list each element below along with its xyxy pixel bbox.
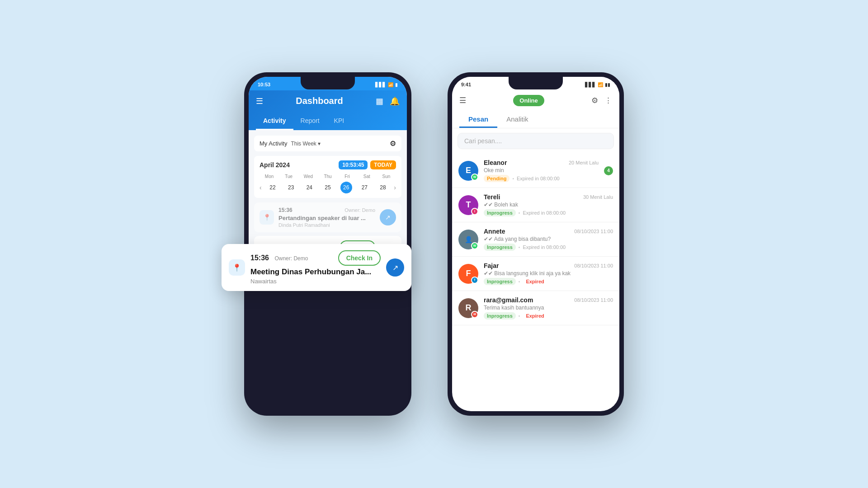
day-fri: Fri — [338, 173, 357, 180]
expiry-rara: Expired — [523, 312, 547, 319]
calendar-header: April 2024 10:53:45 TODAY — [259, 160, 396, 169]
bell-icon-left[interactable]: 🔔 — [390, 96, 400, 106]
date-24[interactable]: 24 — [303, 182, 315, 193]
activity-time-1: 15:36 — [278, 207, 292, 213]
date-27[interactable]: 27 — [359, 182, 370, 193]
menu-icon-right[interactable]: ☰ — [459, 96, 466, 105]
tab-report[interactable]: Report — [293, 113, 327, 130]
msg-preview-fajar: ✔✔ Bisa langsung klik ini aja ya kak — [484, 270, 613, 277]
more-icon-right[interactable]: ⋮ — [604, 96, 612, 105]
day-wed: Wed — [298, 173, 318, 180]
filter-bar: My Activity This Week ▾ ⚙ — [254, 136, 401, 151]
right-tabs: Pesan Analitik — [459, 112, 612, 128]
status-badge-rara: Inprogress — [484, 312, 516, 319]
calendar-dates-row: ‹ 22 23 24 25 26 27 28 › — [259, 182, 396, 193]
grid-icon-left[interactable]: ▦ — [376, 96, 383, 106]
msg-content-eleanor: Eleanor 20 Menit Lalu Oke min Pending • … — [484, 159, 599, 182]
popup-action-button[interactable]: ↗ — [386, 258, 404, 277]
tab-activity[interactable]: Activity — [256, 113, 293, 130]
avatar-eleanor: E W — [458, 161, 478, 181]
msg-status-row-fajar: Inprogress • Expired — [484, 278, 613, 285]
battery-left: ▮ — [395, 82, 398, 87]
signal-left: ▋▋▋ — [375, 82, 386, 87]
expiry-tereli: Expired in 08:00:00 — [523, 210, 566, 216]
right-header: ☰ Online ⚙ ⋮ Pesan Analitik — [452, 90, 619, 128]
status-badge-fajar: Inprogress — [484, 278, 516, 285]
popup-time: 15:36 — [250, 254, 269, 262]
msg-header-tereli: Tereli 30 Menit Lalu — [484, 193, 613, 201]
header-top-left: ☰ Dashboard ▦ 🔔 — [256, 96, 400, 106]
msg-content-fajar: Fajar 08/10/2023 11:00 ✔✔ Bisa langsung … — [484, 262, 613, 285]
menu-icon-left[interactable]: ☰ — [256, 96, 263, 106]
message-item-eleanor[interactable]: E W Eleanor 20 Menit Lalu Oke min Pendin… — [452, 154, 619, 188]
action-btn-1[interactable]: ↗ — [380, 209, 396, 225]
msg-name-annete: Annete — [484, 228, 505, 235]
expiry-eleanor: Expired in 08:00:00 — [517, 176, 560, 181]
message-item-fajar[interactable]: F T Fajar 08/10/2023 11:00 ✔✔ Bisa langs… — [452, 257, 619, 291]
popup-title: Meeting Dinas Perhubungan Ja... — [250, 267, 381, 277]
left-tabs: Activity Report KPI — [256, 113, 400, 130]
calendar-dates: 22 23 24 25 26 27 28 — [264, 182, 392, 193]
filter-icon-right[interactable]: ⚙ — [591, 96, 598, 105]
tab-pesan[interactable]: Pesan — [459, 112, 497, 128]
telegram-indicator-fajar: T — [471, 277, 478, 284]
status-icons-left: ▋▋▋ 📶 ▮ — [375, 82, 398, 87]
time-right: 9:41 — [461, 82, 471, 87]
popup-card: 📍 15:36 Owner: Demo Check In Meeting Din… — [222, 244, 411, 291]
status-badge-eleanor: Pending — [484, 175, 509, 182]
msg-name-fajar: Fajar — [484, 262, 499, 269]
avatar-rara: R ✉ — [458, 298, 478, 318]
avatar-annete: 👤 W — [458, 230, 478, 249]
right-phone: 9:41 ▋▋▋ 📶 ▮▮ ☰ Online ⚙ ⋮ — [448, 72, 624, 416]
message-item-annete[interactable]: 👤 W Annete 08/10/2023 11:00 ✔✔ Ada yang … — [452, 222, 619, 257]
date-28[interactable]: 28 — [377, 182, 389, 193]
popup-person: Nawairtas — [250, 278, 381, 285]
signal-right: ▋▋▋ — [585, 82, 596, 87]
dashboard-title: Dashboard — [296, 96, 343, 106]
message-item-rara[interactable]: R ✉ rara@gmail.com 08/10/2023 11:00 Teri… — [452, 291, 619, 325]
date-26[interactable]: 26 — [340, 182, 352, 193]
wifi-left: 📶 — [388, 82, 393, 87]
chevron-down-icon: ▾ — [318, 141, 321, 147]
activity-icon-1: 📍 — [259, 210, 274, 225]
battery-right: ▮▮ — [605, 82, 610, 87]
popup-checkin-button[interactable]: Check In — [338, 250, 381, 266]
msg-name-rara: rara@gmail.com — [484, 296, 533, 304]
msg-time-eleanor: 20 Menit Lalu — [569, 160, 599, 165]
date-25[interactable]: 25 — [322, 182, 334, 193]
avatar-tereli: T I — [458, 195, 478, 215]
day-sat: Sat — [357, 173, 377, 180]
msg-time-annete: 08/10/2023 11:00 — [574, 229, 613, 234]
msg-time-rara: 08/10/2023 11:00 — [574, 297, 613, 303]
msg-time-tereli: 30 Menit Lalu — [583, 194, 613, 200]
right-header-icons: ⚙ ⋮ — [591, 96, 612, 105]
search-bar[interactable]: Cari pesan.... — [458, 133, 614, 149]
msg-preview-eleanor: Oke min — [484, 167, 599, 174]
msg-preview-tereli: ✔✔ Boleh kak — [484, 202, 613, 208]
activity-info-1: 15:36 Owner: Demo Pertandingan speaker d… — [278, 207, 375, 228]
cal-next-arrow[interactable]: › — [394, 184, 396, 191]
message-item-tereli[interactable]: T I Tereli 30 Menit Lalu ✔✔ Boleh kak In… — [452, 188, 619, 222]
tab-kpi[interactable]: KPI — [327, 113, 352, 130]
filter-left: My Activity This Week ▾ — [259, 140, 321, 147]
left-header: ☰ Dashboard ▦ 🔔 Activity Report KP — [249, 90, 407, 130]
msg-header-eleanor: Eleanor 20 Menit Lalu — [484, 159, 599, 166]
tab-analitik[interactable]: Analitik — [497, 112, 537, 128]
email-indicator-rara: ✉ — [471, 311, 478, 318]
popup-owner: Owner: Demo — [274, 255, 308, 262]
header-actions-left: ▦ 🔔 — [376, 96, 400, 106]
cal-prev-arrow[interactable]: ‹ — [259, 184, 262, 191]
left-phone: 10:53 ▋▋▋ 📶 ▮ ☰ Dashboard ▦ 🔔 — [244, 72, 411, 416]
filter-dropdown[interactable]: This Week ▾ — [291, 141, 320, 147]
message-list: E W Eleanor 20 Menit Lalu Oke min Pendin… — [452, 154, 619, 411]
msg-name-eleanor: Eleanor — [484, 159, 507, 166]
msg-status-row-eleanor: Pending • Expired in 08:00:00 — [484, 175, 599, 182]
filter-settings-icon[interactable]: ⚙ — [390, 139, 396, 148]
date-23[interactable]: 23 — [285, 182, 297, 193]
activity-card-1: 📍 15:36 Owner: Demo Pertandingan speaker… — [254, 202, 401, 232]
msg-name-tereli: Tereli — [484, 193, 500, 201]
date-22[interactable]: 22 — [267, 182, 278, 193]
day-tue: Tue — [279, 173, 298, 180]
filter-label: My Activity — [259, 140, 287, 147]
msg-status-row-rara: Inprogress • Expired — [484, 312, 613, 319]
